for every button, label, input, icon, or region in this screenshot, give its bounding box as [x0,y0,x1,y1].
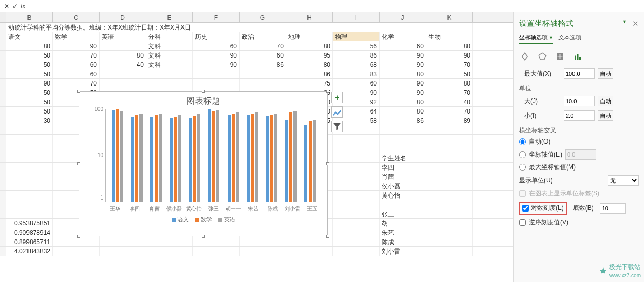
cell[interactable] [426,172,473,181]
cell[interactable] [333,144,380,153]
cell[interactable]: 90 [380,51,426,60]
cell[interactable] [6,200,53,209]
cell[interactable]: 50 [426,69,473,78]
close-icon[interactable]: ✕ [632,19,639,29]
subject-header[interactable]: 语文 [6,32,53,41]
cell[interactable] [240,69,286,78]
minor-auto-button[interactable]: 自动 [598,110,613,121]
cell[interactable] [6,125,53,134]
cell[interactable] [333,200,380,209]
cell[interactable]: 75 [286,79,333,88]
cell[interactable]: 90 [380,88,426,97]
subject-header[interactable]: 历史 [193,32,240,41]
chart-styles-button[interactable] [331,106,343,118]
cell[interactable] [100,41,146,50]
cell[interactable] [426,228,473,237]
cell[interactable] [240,247,286,256]
cell[interactable] [286,247,333,256]
cell[interactable]: 文科 [146,51,193,60]
cell[interactable]: 陈成 [380,237,426,246]
cell[interactable]: 黄心怡 [380,191,426,200]
formula-input[interactable] [30,1,640,11]
cell[interactable]: 80 [100,51,146,60]
cell[interactable] [426,237,473,246]
cell[interactable]: 李四 [380,163,426,172]
cell[interactable] [426,247,473,256]
cell[interactable] [333,181,380,190]
reverse-checkbox[interactable] [519,219,526,226]
cell[interactable]: 60 [53,69,100,78]
cell[interactable]: 70 [426,107,473,116]
cell[interactable]: 肖茜 [380,172,426,181]
cell[interactable] [53,247,100,256]
cell[interactable]: 50 [6,97,53,106]
cell[interactable] [146,69,193,78]
cell[interactable] [333,172,380,181]
cell[interactable]: 60 [380,41,426,50]
cell[interactable]: 50 [6,51,53,60]
cell[interactable]: 56 [333,41,380,50]
cell[interactable]: 文科 [146,41,193,50]
cell[interactable]: 60 [240,51,286,60]
cell[interactable] [333,237,380,246]
cell[interactable]: 胡一一 [380,219,426,228]
cell[interactable]: 86 [240,60,286,69]
cell[interactable] [6,163,53,172]
cell[interactable]: 30 [6,116,53,125]
subject-header[interactable]: 物理 [333,32,380,41]
cell[interactable]: 80 [426,41,473,50]
cell[interactable] [426,135,473,144]
cell[interactable] [6,209,53,218]
cell[interactable] [333,191,380,200]
effects-icon[interactable] [537,51,548,62]
col-header[interactable]: D [100,12,146,22]
cell[interactable]: 0.899865711 [6,237,53,246]
cell[interactable]: 80 [286,41,333,50]
cell[interactable] [426,219,473,228]
cell[interactable] [100,237,146,246]
display-unit-select[interactable]: 无 [608,175,639,186]
cell[interactable] [100,69,146,78]
cell[interactable] [193,79,240,88]
subject-header[interactable]: 地理 [286,32,333,41]
size-icon[interactable] [554,51,566,62]
cell[interactable]: 0.909878914 [6,228,53,237]
cell[interactable] [333,135,380,144]
cell[interactable]: 70 [426,88,473,97]
cell[interactable] [6,181,53,190]
subject-header[interactable]: 英语 [100,32,146,41]
cell[interactable] [333,209,380,218]
cross-value-radio[interactable] [519,151,526,158]
cell[interactable] [333,219,380,228]
cell[interactable]: 89 [426,116,473,125]
col-header[interactable]: J [380,12,426,22]
cell[interactable] [333,153,380,162]
subject-header[interactable]: 分科 [146,32,193,41]
cell[interactable]: 86 [380,116,426,125]
tab-axis-options[interactable]: 坐标轴选项▼ [519,33,553,44]
subject-header[interactable]: 化学 [380,32,426,41]
cell[interactable] [53,237,100,246]
cell[interactable]: 50 [6,60,53,69]
cell[interactable]: 80 [426,79,473,88]
cell[interactable]: 70 [426,60,473,69]
cell[interactable]: 50 [6,69,53,78]
col-header[interactable]: C [53,12,100,22]
cell[interactable] [100,247,146,256]
formula-cancel-icon[interactable]: ✕ [4,3,9,10]
cell[interactable] [333,163,380,172]
cell[interactable]: 70 [53,51,100,60]
cell[interactable]: 40 [100,60,146,69]
fill-icon[interactable] [519,51,530,62]
chart-title[interactable]: 图表标题 [79,92,327,109]
cross-max-radio[interactable] [519,164,526,171]
cell[interactable]: 86 [286,69,333,78]
cell[interactable]: 80 [6,41,53,50]
cell[interactable] [380,200,426,209]
col-header[interactable]: F [193,12,240,22]
major-input[interactable] [564,96,595,106]
cell[interactable] [380,135,426,144]
cross-auto-radio[interactable] [519,138,526,145]
cell[interactable] [426,163,473,172]
cell[interactable]: 90 [53,41,100,50]
